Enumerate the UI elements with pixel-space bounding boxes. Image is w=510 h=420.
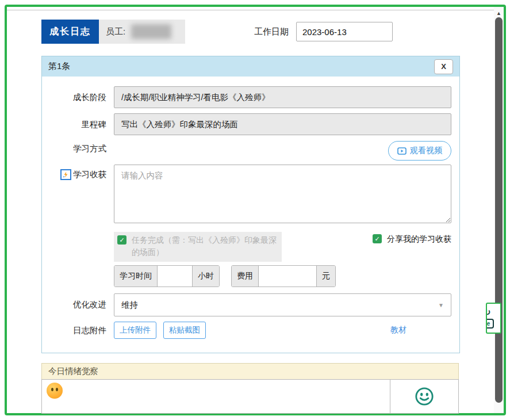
- learning-gains-row: 学习收获: [49, 165, 451, 226]
- improvement-select[interactable]: 维持 ▼: [114, 293, 451, 316]
- paste-screenshot-button[interactable]: 粘贴截图: [163, 322, 206, 339]
- entry-panel-header: 第1条 X: [42, 56, 459, 77]
- study-time-unit: 小时: [192, 266, 219, 287]
- improvement-selected-value: 维持: [121, 300, 138, 311]
- employee-field: 员工:: [99, 20, 185, 44]
- time-cost-row: 学习时间 小时 费用 元: [49, 265, 451, 287]
- cost-group: 费用 元: [231, 265, 336, 287]
- learning-gains-label: 学习收获: [73, 169, 106, 180]
- growth-stage-label: 成长阶段: [49, 86, 106, 103]
- refresh-icon[interactable]: ↻: [486, 308, 491, 316]
- page-frame: 成长日志 员工: 工作日期 第1条 X 成长阶段 /成长期/职业精神学习/看电影…: [5, 5, 506, 415]
- cost-input[interactable]: [259, 266, 316, 287]
- cost-addon: 费用: [232, 266, 259, 287]
- emotion-section-header: 今日情绪觉察: [41, 363, 459, 379]
- watch-video-button[interactable]: 观看视频: [388, 141, 451, 161]
- emoji-left-eye: [51, 388, 53, 391]
- task-complete-checkbox: ✓: [117, 235, 126, 245]
- work-date-label: 工作日期: [254, 20, 297, 44]
- mood-emoji: [47, 383, 63, 399]
- learning-gains-textarea[interactable]: [114, 165, 451, 223]
- e-badge-icon[interactable]: e: [486, 319, 494, 329]
- study-time-addon: 学习时间: [114, 266, 158, 287]
- milestone-row: 里程碑 写出《入殓师》印象最深的场面: [49, 113, 451, 135]
- learning-method-row: 学习方式 观看视频: [49, 141, 451, 161]
- share-gains-checkbox[interactable]: ✓: [373, 234, 382, 243]
- attachments-label: 日志附件: [49, 322, 106, 336]
- growth-stage-row: 成长阶段 /成长期/职业精神学习/看电影《入殓师》: [49, 86, 451, 108]
- emotion-section-title: 今日情绪觉察: [48, 366, 98, 377]
- study-time-input[interactable]: [158, 266, 192, 287]
- emotion-input-area[interactable]: [42, 380, 390, 413]
- checkmark-icon: ✓: [119, 234, 124, 246]
- milestone-value: 写出《入殓师》印象最深的场面: [114, 113, 451, 135]
- share-gains-label: 分享我的学习收获: [387, 234, 451, 245]
- learning-method-label: 学习方式: [49, 141, 106, 154]
- milestone-label: 里程碑: [49, 113, 106, 130]
- caret-down-icon: ▼: [438, 302, 444, 308]
- task-complete-option: ✓ 任务完成（需：写出《入殓师》印象最深的场面）: [114, 232, 282, 262]
- video-play-icon: [397, 147, 407, 155]
- entry-panel-body: 成长阶段 /成长期/职业精神学习/看电影《入殓师》 里程碑 写出《入殓师》印象最…: [42, 77, 459, 353]
- scrollbar[interactable]: ▲: [494, 7, 504, 413]
- growth-stage-value: /成长期/职业精神学习/看电影《入殓师》: [114, 86, 451, 108]
- scroll-up-arrow-icon[interactable]: ▲: [494, 11, 504, 16]
- emotion-body: [41, 379, 459, 414]
- emoji-picker-button[interactable]: [390, 380, 458, 413]
- form-title-badge: 成长日志: [41, 20, 99, 44]
- employee-label: 员工:: [106, 26, 125, 37]
- share-gains-option: ✓ 分享我的学习收获: [373, 232, 451, 245]
- improvement-label: 优化改进: [49, 293, 106, 310]
- floating-widget[interactable]: ↻ e: [486, 303, 501, 334]
- emoji-right-eye: [56, 388, 58, 391]
- upload-attachment-button[interactable]: 上传附件: [114, 322, 156, 339]
- material-link[interactable]: 教材: [390, 325, 407, 335]
- ai-flash-icon[interactable]: [60, 169, 71, 180]
- checkbox-row: ✓ 任务完成（需：写出《入殓师》印象最深的场面） ✓ 分享我的学习收获: [49, 232, 451, 262]
- study-time-group: 学习时间 小时: [114, 265, 220, 287]
- work-date-input[interactable]: [296, 22, 393, 41]
- employee-name-blurred: [131, 24, 171, 39]
- entry-panel: 第1条 X 成长阶段 /成长期/职业精神学习/看电影《入殓师》 里程碑 写出《入…: [41, 56, 460, 353]
- close-entry-button[interactable]: X: [434, 59, 453, 74]
- cost-unit: 元: [316, 266, 335, 287]
- entry-title: 第1条: [48, 61, 70, 72]
- task-complete-label: 任务完成（需：写出《入殓师》印象最深的场面）: [132, 234, 278, 258]
- improvement-row: 优化改进 维持 ▼: [49, 293, 451, 316]
- attachments-row: 日志附件 上传附件 粘贴截图 教材: [49, 322, 451, 339]
- watch-video-label: 观看视频: [410, 146, 442, 156]
- smiley-icon: [415, 387, 434, 406]
- checkmark-icon: ✓: [374, 235, 379, 243]
- emotion-section: 今日情绪觉察: [41, 363, 459, 414]
- scrollbar-thumb[interactable]: [495, 17, 503, 403]
- top-divider: [7, 10, 504, 10]
